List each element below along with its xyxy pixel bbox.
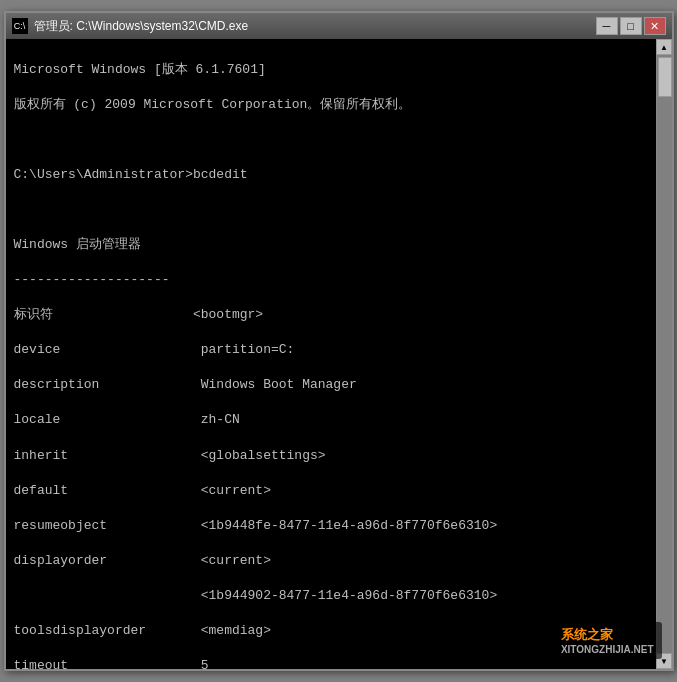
window-icon: C:\ bbox=[12, 18, 28, 34]
line-command: C:\Users\Administrator>bcdedit bbox=[14, 166, 648, 184]
section1-sep: -------------------- bbox=[14, 271, 648, 289]
bootmgr-description: description Windows Boot Manager bbox=[14, 376, 648, 394]
maximize-button[interactable]: □ bbox=[620, 17, 642, 35]
bootmgr-default: default <current> bbox=[14, 482, 648, 500]
minimize-button[interactable]: ─ bbox=[596, 17, 618, 35]
close-button[interactable]: ✕ bbox=[644, 17, 666, 35]
cmd-window: C:\ 管理员: C:\Windows\system32\CMD.exe ─ □… bbox=[4, 11, 674, 671]
bootmgr-displayorder1: displayorder <current> bbox=[14, 552, 648, 570]
bootmgr-device: device partition=C: bbox=[14, 341, 648, 359]
line-blank1 bbox=[14, 131, 648, 149]
bootmgr-timeout: timeout 5 bbox=[14, 657, 648, 669]
scroll-track[interactable] bbox=[657, 55, 672, 653]
bootmgr-displayorder2: <1b944902-8477-11e4-a96d-8f770f6e6310> bbox=[14, 587, 648, 605]
scroll-thumb[interactable] bbox=[658, 57, 672, 97]
scrollbar[interactable]: ▲ ▼ bbox=[656, 39, 672, 669]
bootmgr-identifier: 标识符 <bootmgr> bbox=[14, 306, 648, 324]
window-controls: ─ □ ✕ bbox=[596, 17, 666, 35]
watermark-url: XITONGZHIJIA.NET bbox=[561, 644, 654, 655]
title-bar: C:\ 管理员: C:\Windows\system32\CMD.exe ─ □… bbox=[6, 13, 672, 39]
bootmgr-locale: locale zh-CN bbox=[14, 411, 648, 429]
watermark-text: 系统之家 XITONGZHIJIA.NET bbox=[561, 626, 654, 655]
section1-title: Windows 启动管理器 bbox=[14, 236, 648, 254]
terminal-body: Microsoft Windows [版本 6.1.7601] 版权所有 (c)… bbox=[6, 39, 672, 669]
scroll-up-arrow[interactable]: ▲ bbox=[656, 39, 672, 55]
line-blank2 bbox=[14, 201, 648, 219]
line-copyright: 版权所有 (c) 2009 Microsoft Corporation。保留所有… bbox=[14, 96, 648, 114]
bootmgr-inherit: inherit <globalsettings> bbox=[14, 447, 648, 465]
watermark-label: 系统之家 bbox=[561, 627, 613, 642]
bootmgr-resumeobject: resumeobject <1b9448fe-8477-11e4-a96d-8f… bbox=[14, 517, 648, 535]
window-title: 管理员: C:\Windows\system32\CMD.exe bbox=[34, 18, 596, 35]
terminal-output[interactable]: Microsoft Windows [版本 6.1.7601] 版权所有 (c)… bbox=[6, 39, 656, 669]
line-version: Microsoft Windows [版本 6.1.7601] bbox=[14, 61, 648, 79]
watermark: 系统之家 XITONGZHIJIA.NET bbox=[553, 622, 662, 659]
